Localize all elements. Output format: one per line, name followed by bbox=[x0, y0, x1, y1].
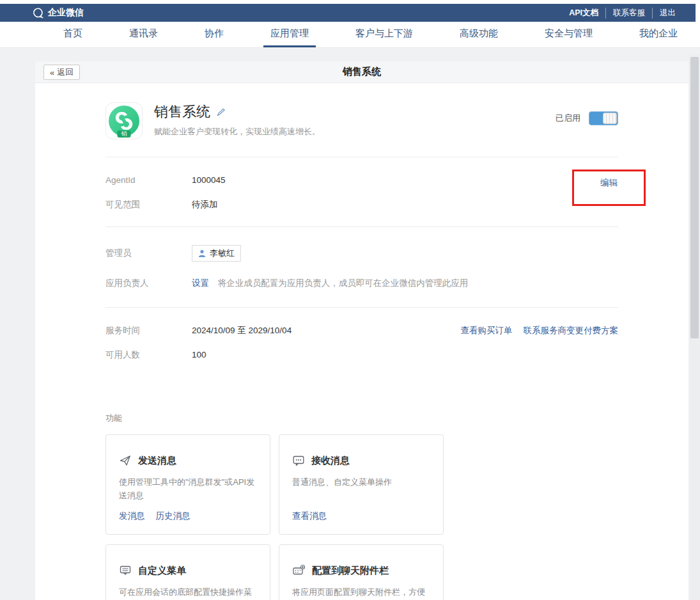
annotation-red-box: 编辑 bbox=[572, 170, 646, 206]
tab-security[interactable]: 安全与管理 bbox=[538, 22, 600, 47]
back-button[interactable]: « 返回 bbox=[43, 65, 80, 80]
back-chevron-icon: « bbox=[50, 68, 54, 77]
card-desc: 普通消息、自定义菜单操作 bbox=[292, 475, 430, 489]
feature-cards: 发送消息 使用管理工具中的"消息群发"或API发送消息 发消息 历史消息 bbox=[105, 434, 618, 600]
seats-label: 可用人数 bbox=[105, 350, 192, 360]
back-label: 返回 bbox=[57, 67, 74, 78]
scrollbar-thumb[interactable] bbox=[690, 57, 699, 338]
topbar-links: API文档 联系客服 退出 bbox=[562, 8, 683, 19]
send-message-link[interactable]: 发消息 bbox=[119, 510, 145, 522]
main-nav: 首页 通讯录 协作 应用管理 客户与上下游 高级功能 安全与管理 我的企业 bbox=[0, 22, 700, 48]
basic-info-section: AgentId 1000045 可见范围 待添加 bbox=[105, 157, 618, 226]
edit-link[interactable]: 编辑 bbox=[600, 178, 618, 187]
owner-row: 应用负责人 设置 将企业成员配置为应用负责人，成员即可在企业微信内管理此应用 bbox=[105, 278, 618, 288]
panel-header: « 返回 销售系统 bbox=[35, 61, 688, 83]
app-detail-panel: « 返回 销售系统 销 bbox=[35, 61, 688, 600]
card-title: 发送消息 bbox=[138, 455, 176, 467]
owner-label: 应用负责人 bbox=[105, 278, 192, 288]
visible-scope-label: 可见范围 bbox=[105, 200, 192, 210]
features-section-label: 功能 bbox=[105, 413, 618, 424]
api-docs-link[interactable]: API文档 bbox=[562, 8, 605, 19]
admin-member-badge[interactable]: 李敏红 bbox=[192, 245, 241, 262]
view-messages-link[interactable]: 查看消息 bbox=[292, 510, 327, 522]
page-title: 销售系统 bbox=[343, 66, 381, 78]
admin-section: 管理员 李敏红 应用负责人 设置 bbox=[105, 227, 618, 305]
agentid-label: AgentId bbox=[105, 175, 192, 186]
app-meta: 销售系统 赋能企业客户变现转化，实现业绩高速增长。 bbox=[154, 102, 556, 138]
admin-row: 管理员 李敏红 bbox=[105, 245, 618, 262]
tab-home[interactable]: 首页 bbox=[56, 22, 89, 47]
custom-menu-icon bbox=[119, 564, 132, 577]
enabled-toggle[interactable] bbox=[589, 111, 618, 125]
edit-name-pencil-icon[interactable] bbox=[216, 107, 226, 117]
view-orders-link[interactable]: 查看购买订单 bbox=[461, 326, 513, 336]
seats-row: 可用人数 100 bbox=[105, 350, 618, 360]
feature-card-chat-attachment: 配置到聊天附件栏 将应用页面配置到聊天附件栏，方便成员快捷发送到聊天，提高沟通效… bbox=[279, 544, 444, 600]
tab-my-company[interactable]: 我的企业 bbox=[632, 22, 685, 47]
brand-label: 企业微信 bbox=[48, 7, 84, 19]
service-time-label: 服务时间 bbox=[105, 326, 192, 336]
agentid-row: AgentId 1000045 bbox=[105, 175, 618, 186]
brand: 企业微信 bbox=[32, 7, 84, 19]
app-name: 销售系统 bbox=[154, 102, 210, 122]
service-links: 查看购买订单 联系服务商变更付费方案 bbox=[461, 326, 619, 336]
card-title: 配置到聊天附件栏 bbox=[312, 565, 389, 577]
tab-advanced[interactable]: 高级功能 bbox=[453, 22, 505, 47]
tab-customers[interactable]: 客户与上下游 bbox=[348, 22, 420, 47]
seats-value: 100 bbox=[192, 350, 206, 360]
chat-attachment-icon bbox=[292, 564, 306, 577]
agentid-value: 1000045 bbox=[192, 175, 226, 186]
history-message-link[interactable]: 历史消息 bbox=[156, 510, 191, 522]
owner-hint: 将企业成员配置为应用负责人，成员即可在企业微信内管理此应用 bbox=[218, 278, 469, 288]
status-label: 已启用 bbox=[556, 113, 580, 124]
card-desc: 使用管理工具中的"消息群发"或API发送消息 bbox=[119, 475, 257, 502]
service-time-value: 2024/10/09 至 2029/10/04 bbox=[192, 326, 292, 336]
card-desc: 将应用页面配置到聊天附件栏，方便成员快捷发送到聊天，提高沟通效率 bbox=[292, 585, 430, 600]
feature-card-send-message: 发送消息 使用管理工具中的"消息群发"或API发送消息 发消息 历史消息 bbox=[105, 434, 270, 535]
owner-set-link[interactable]: 设置 bbox=[192, 278, 209, 288]
card-desc: 可在应用会话的底部配置快捷操作菜单 bbox=[119, 585, 257, 600]
contact-provider-link[interactable]: 联系服务商变更付费方案 bbox=[524, 326, 619, 336]
visible-scope-value: 待添加 bbox=[192, 200, 218, 210]
panel-body: 销 销售系统 赋能企业客户变现转化，实现业绩高速增长。 已启用 bbox=[35, 83, 688, 600]
tab-contacts[interactable]: 通讯录 bbox=[122, 22, 165, 47]
contact-support-link[interactable]: 联系客服 bbox=[605, 8, 652, 19]
app-tagline: 赋能企业客户变现转化，实现业绩高速增长。 bbox=[154, 126, 556, 138]
feature-card-receive-message: 接收消息 普通消息、自定义菜单操作 查看消息 bbox=[279, 434, 444, 535]
app-status: 已启用 bbox=[556, 111, 618, 125]
service-time-row: 服务时间 2024/10/09 至 2029/10/04 查看购买订单 联系服务… bbox=[105, 326, 618, 336]
vertical-scrollbar[interactable] bbox=[689, 54, 700, 600]
tab-app-management[interactable]: 应用管理 bbox=[263, 22, 316, 47]
person-icon bbox=[198, 249, 206, 258]
receive-message-icon bbox=[292, 454, 305, 467]
admin-name: 李敏红 bbox=[210, 248, 235, 258]
service-section: 服务时间 2024/10/09 至 2029/10/04 查看购买订单 联系服务… bbox=[105, 308, 618, 377]
wecom-logo-icon bbox=[32, 7, 44, 19]
app-logo-icon: 销 bbox=[105, 102, 143, 139]
app-header-row: 销 销售系统 赋能企业客户变现转化，实现业绩高速增长。 已启用 bbox=[105, 102, 618, 139]
card-title: 自定义菜单 bbox=[138, 565, 186, 577]
feature-card-custom-menu: 自定义菜单 可在应用会话的底部配置快捷操作菜单 bbox=[105, 544, 270, 600]
send-icon bbox=[119, 454, 132, 467]
app-icon-badge: 销 bbox=[118, 130, 131, 138]
tab-collaboration[interactable]: 协作 bbox=[198, 22, 231, 47]
toggle-knob bbox=[603, 113, 617, 124]
logout-link[interactable]: 退出 bbox=[652, 8, 683, 19]
top-bar: 企业微信 API文档 联系客服 退出 bbox=[0, 4, 696, 22]
card-title: 接收消息 bbox=[311, 455, 350, 467]
admin-label: 管理员 bbox=[105, 245, 192, 258]
visible-scope-row: 可见范围 待添加 bbox=[105, 200, 618, 210]
content-area: « 返回 销售系统 销 bbox=[0, 48, 700, 600]
